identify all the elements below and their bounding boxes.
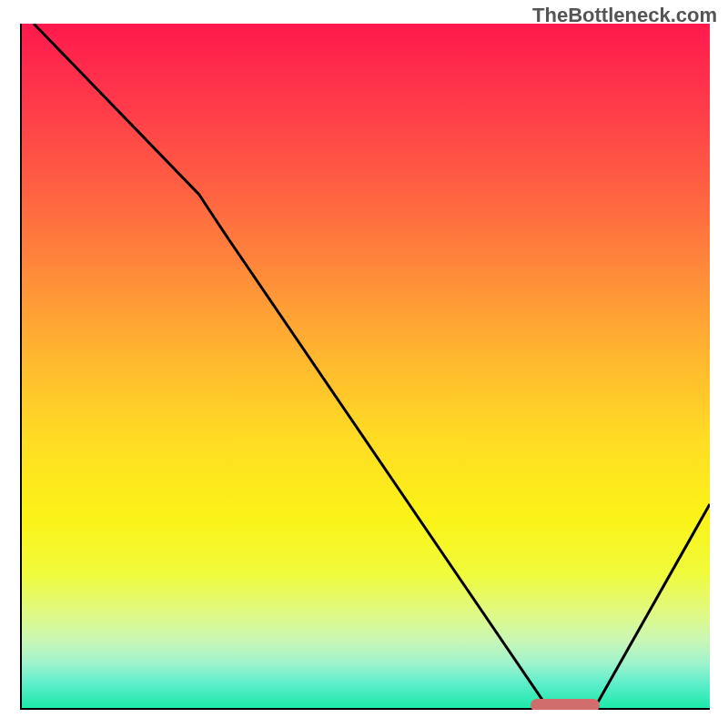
optimal-range-marker <box>531 699 600 710</box>
chart-container: TheBottleneck.com <box>0 0 728 728</box>
chart-svg <box>20 24 710 710</box>
bottleneck-curve <box>34 24 710 708</box>
watermark-text: TheBottleneck.com <box>532 4 717 27</box>
